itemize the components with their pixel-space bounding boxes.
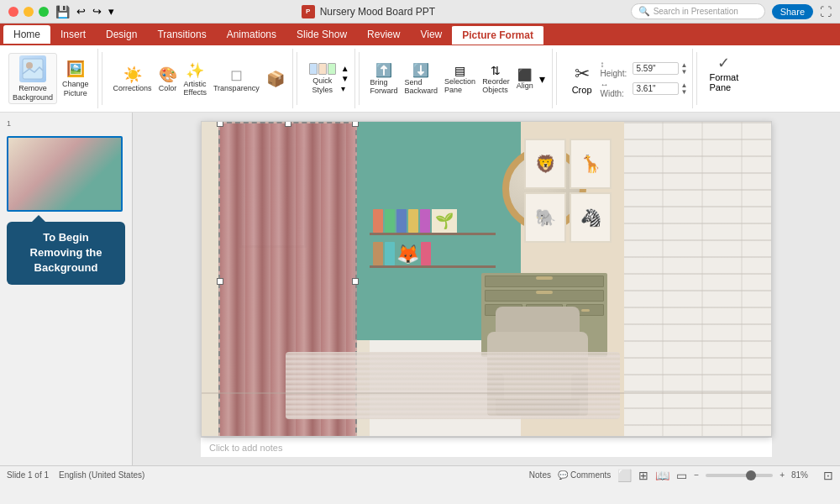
handle-tm[interactable] [285,121,291,127]
ribbon-group-format-pane: ✓ FormatPane [701,49,747,108]
tab-transitions[interactable]: Transitions [147,25,216,44]
tab-view[interactable]: View [410,25,452,44]
handle-tl[interactable] [217,121,223,127]
drawer-1 [485,276,604,287]
corrections-button[interactable]: ☀️ Corrections [111,64,155,94]
zoom-in-icon[interactable]: + [780,470,785,480]
shelf-decor: 🌱 [432,209,457,233]
crop-button[interactable]: ✂ Crop [565,60,599,98]
fit-slide-icon[interactable]: ⊡ [823,469,833,482]
tab-slideshow[interactable]: Slide Show [286,25,357,44]
minimize-button[interactable] [24,7,34,17]
quick-styles-label: QuickStyles [312,76,333,95]
shelf-bottom: 🦊 [370,239,496,268]
titlebar-center: P Nursery Mood Board PPT [106,5,631,18]
height-input[interactable] [633,62,679,75]
ribbon-group-styles: QuickStyles ▲ ▼ ▾ [301,49,355,108]
presenter-view-icon[interactable]: ▭ [676,469,687,482]
arrange-dropdown[interactable]: ▾ [538,71,547,87]
share-button[interactable]: Share [772,4,813,19]
quick-styles-button[interactable]: QuickStyles [306,61,339,97]
zoom-out-icon[interactable]: − [694,470,699,480]
zoom-thumb [746,470,756,480]
fullscreen-icon[interactable]: ⛶ [820,5,832,18]
handle-ml[interactable] [217,278,223,285]
handle-br[interactable] [352,436,359,437]
reorder-objects-label: ReorderObjects [482,77,510,94]
tab-animations[interactable]: Animations [217,25,286,44]
slide-canvas[interactable]: 🌱 🦊 🦁 🦒 🐘 🦓 [201,121,772,437]
artistic-effects-button[interactable]: ✨ ArtisticEffects [181,60,209,98]
zoom-percent[interactable]: 81% [791,470,816,480]
redo-icon[interactable]: ↪ [92,5,102,18]
window-controls[interactable] [8,7,49,17]
notes-bar[interactable]: Click to add notes [201,437,772,457]
maximize-button[interactable] [39,7,49,17]
tab-home[interactable]: Home [3,25,50,44]
save-icon[interactable]: 💾 [55,5,70,18]
remove-background-button[interactable]: RemoveBackground [8,53,57,105]
tab-design[interactable]: Design [96,25,147,44]
width-input[interactable] [633,82,679,95]
selection-pane-label: SelectionPane [444,77,475,94]
notes-button[interactable]: Notes [529,470,551,480]
reorder-objects-button[interactable]: ⇅ ReorderObjects [480,62,512,96]
art-print-2: 🦒 [570,139,612,189]
height-spinner[interactable]: ▲ ▼ [681,62,688,76]
slide-sorter-icon[interactable]: ⊞ [638,469,648,482]
canvas-area[interactable]: 🌱 🦊 🦁 🦒 🐘 🦓 [133,113,840,465]
comments-button[interactable]: 💬 Comments [558,470,611,480]
search-placeholder: Search in Presentation [654,7,738,16]
handle-bl[interactable] [217,436,223,437]
ribbon-bg-buttons: RemoveBackground 🖼️ ChangePicture [8,50,92,107]
brick-texture [624,122,771,437]
ribbon-tabs: Home Insert Design Transitions Animation… [0,24,840,45]
svg-rect-0 [23,59,43,79]
undo-icon[interactable]: ↩ [76,5,86,18]
change-picture-button[interactable]: 🖼️ ChangePicture [59,58,92,100]
animal-2: 🦒 [580,154,601,174]
book-8 [421,242,431,265]
slide-thumbnail[interactable] [7,136,123,212]
align-button[interactable]: ⬛ Align [514,66,536,92]
close-button[interactable] [8,7,18,17]
handle-mr[interactable] [352,278,359,285]
app-icon: P [302,5,315,18]
search-icon: 🔍 [638,6,650,17]
book-1 [373,209,383,233]
handle-bm[interactable] [285,436,291,437]
tab-review[interactable]: Review [357,25,410,44]
selection-pane-button[interactable]: ▤ SelectionPane [442,62,478,96]
width-label: ↔ Width: [601,80,630,98]
reading-view-icon[interactable]: 📖 [655,469,669,482]
styles-scroll[interactable]: ▲ ▼ ▾ [341,64,349,93]
book-2 [385,209,395,233]
color-button[interactable]: 🎨 Color [156,64,180,94]
rug [286,352,620,419]
transparency-label: Transparency [213,84,260,92]
width-spinner[interactable]: ▲ ▼ [681,82,688,96]
compress-button[interactable]: 📦 [264,68,287,90]
change-picture-label: ChangePicture [62,80,89,98]
bring-forward-button[interactable]: ⬆️ BringForward [368,60,401,97]
notes-placeholder[interactable]: Click to add notes [209,443,282,453]
ribbon-group-crop: ✂ Crop ↕ Height: ▲ ▼ ↔ Width: ▲ [560,49,694,108]
format-pane-button[interactable]: ✓ FormatPane [706,50,742,96]
normal-view-icon[interactable]: ⬜ [617,469,632,482]
handle-tr[interactable] [352,121,359,127]
search-box[interactable]: 🔍 Search in Presentation [631,3,765,19]
slide-info: Slide 1 of 1 [7,470,49,480]
send-backward-button[interactable]: ⬇️ SendBackward [402,60,441,97]
animal-4: 🦓 [580,207,601,228]
transparency-button[interactable]: ◻ Transparency [211,64,262,94]
shelf-animal: 🦊 [396,244,419,265]
brick-wall [624,122,771,437]
tab-insert[interactable]: Insert [50,25,96,44]
zoom-slider[interactable] [706,474,773,477]
artistic-effects-label: ArtisticEffects [184,80,207,97]
tab-picture-format[interactable]: Picture Format [452,24,543,45]
svg-point-1 [26,62,33,69]
dimension-group: ↕ Height: ▲ ▼ ↔ Width: ▲ ▼ [601,60,688,98]
handle-2 [536,291,553,294]
art-print-1: 🦁 [524,139,566,189]
